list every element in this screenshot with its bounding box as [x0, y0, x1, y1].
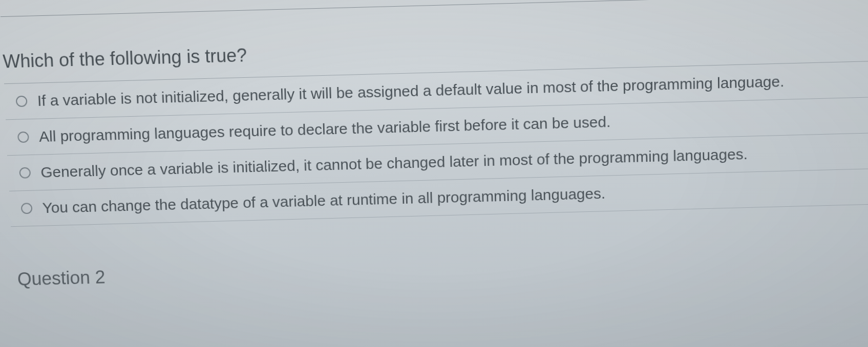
radio-icon[interactable] [17, 132, 29, 143]
options-list: If a variable is not initialized, genera… [4, 61, 868, 227]
question-block: Which of the following is true? If a var… [2, 17, 868, 227]
top-divider [1, 0, 868, 17]
radio-icon[interactable] [19, 167, 31, 179]
quiz-page: Which of the following is true? If a var… [1, 0, 868, 290]
radio-icon[interactable] [16, 96, 28, 107]
radio-icon[interactable] [21, 203, 33, 214]
next-question-heading: Question 2 [13, 247, 868, 290]
